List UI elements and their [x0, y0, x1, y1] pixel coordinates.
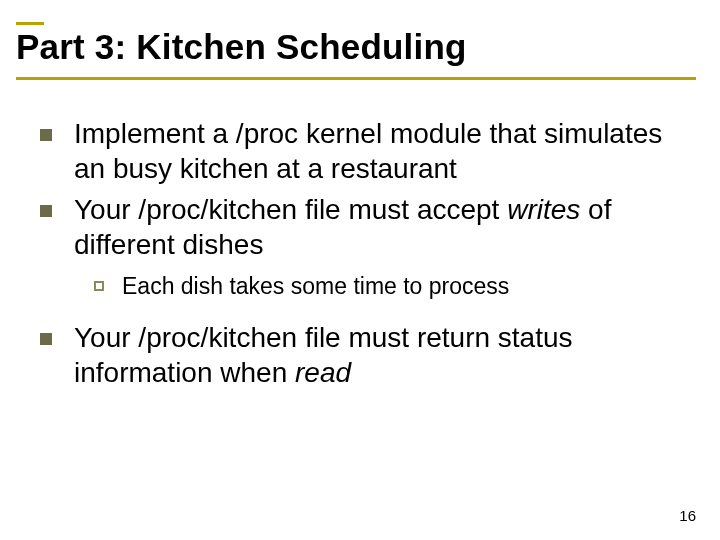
- square-bullet-icon: [40, 333, 52, 345]
- square-bullet-icon: [40, 129, 52, 141]
- bullet-text-em: writes: [507, 194, 580, 225]
- bullet-item: Your /proc/kitchen file must accept writ…: [40, 192, 696, 262]
- bullet-text-pre: Your /proc/kitchen file must accept: [74, 194, 507, 225]
- slide: Part 3: Kitchen Scheduling Implement a /…: [0, 0, 720, 540]
- title-block: Part 3: Kitchen Scheduling: [16, 22, 696, 80]
- bullet-item: Implement a /proc kernel module that sim…: [40, 116, 696, 186]
- bullet-text: Implement a /proc kernel module that sim…: [74, 116, 696, 186]
- bullet-text: Your /proc/kitchen file must return stat…: [74, 320, 696, 390]
- bullet-item: Your /proc/kitchen file must return stat…: [40, 320, 696, 390]
- slide-content: Implement a /proc kernel module that sim…: [16, 116, 696, 390]
- slide-title: Part 3: Kitchen Scheduling: [16, 27, 696, 80]
- sub-bullet-text: Each dish takes some time to process: [122, 272, 509, 302]
- square-outline-bullet-icon: [94, 281, 104, 291]
- title-accent-top: [16, 22, 44, 25]
- square-bullet-icon: [40, 205, 52, 217]
- page-number: 16: [679, 507, 696, 524]
- sub-bullet-list: Each dish takes some time to process: [40, 272, 696, 302]
- bullet-text: Your /proc/kitchen file must accept writ…: [74, 192, 696, 262]
- sub-bullet-item: Each dish takes some time to process: [94, 272, 696, 302]
- bullet-text-em: read: [295, 357, 351, 388]
